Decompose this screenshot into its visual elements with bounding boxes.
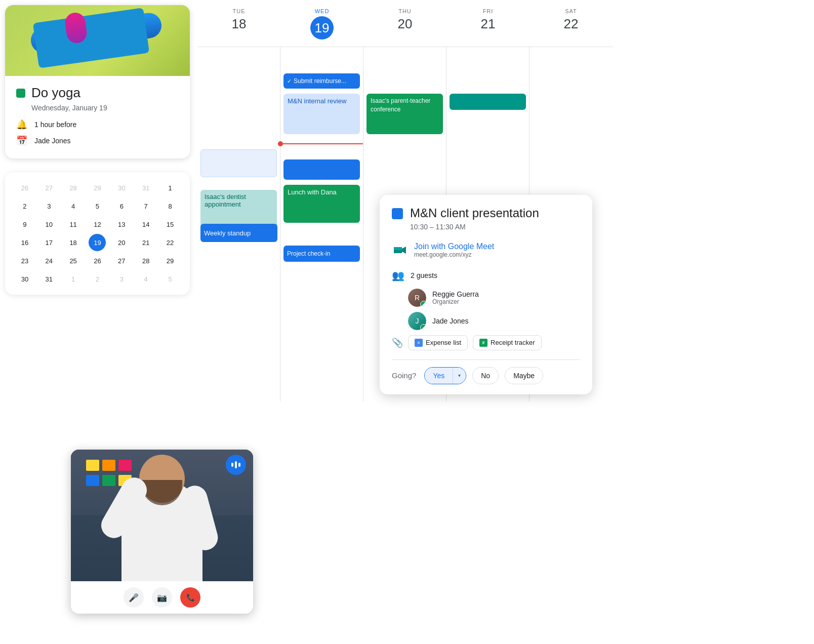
- mini-cal-cell[interactable]: 8: [161, 197, 179, 215]
- going-label: Going?: [392, 371, 416, 380]
- yoga-reminder-row: 🔔 1 hour before: [16, 119, 179, 130]
- mini-cal-cell[interactable]: 16: [16, 234, 33, 251]
- event-isaacs-parent-teacher[interactable]: Isaac's parent-teacher conference: [367, 94, 443, 134]
- cal-day-name-sat: SAT: [530, 8, 613, 14]
- popup-guests-count: 2 guests: [411, 271, 437, 279]
- mini-cal-cell[interactable]: 9: [16, 216, 33, 233]
- cal-day-num-wed: 19: [280, 16, 363, 39]
- mini-cal-cell[interactable]: 15: [161, 216, 179, 233]
- mini-cal-cell[interactable]: 20: [113, 234, 130, 251]
- mini-cal-cell[interactable]: 30: [113, 179, 130, 196]
- current-time-line: [280, 143, 363, 144]
- mini-cal-cell[interactable]: 17: [40, 234, 58, 251]
- event-mn-internal-review-label: M&N internal review: [288, 97, 346, 105]
- cal-day-num-tue: 18: [197, 16, 280, 32]
- attach-icon: 📎: [392, 337, 403, 348]
- mini-cal-cell[interactable]: 5: [89, 197, 106, 215]
- popup-meet-url: meet.google.com/xyz: [414, 251, 494, 258]
- mini-cal-cell[interactable]: 3: [40, 197, 58, 215]
- rsvp-yes-caret[interactable]: ▾: [453, 368, 466, 384]
- mini-cal-cell[interactable]: 7: [137, 197, 154, 215]
- popup-meet-link[interactable]: Join with Google Meet: [414, 242, 494, 251]
- popup-title: M&N client presentation: [410, 206, 539, 221]
- attach-receipt-tracker[interactable]: # Receipt tracker: [473, 335, 541, 350]
- event-lunch-with-dana-label: Lunch with Dana: [288, 188, 337, 196]
- mini-cal-cell[interactable]: 31: [137, 179, 154, 196]
- cal-day-name-tue: TUE: [197, 8, 280, 14]
- video-wave-icon: [226, 455, 246, 475]
- mini-cal-cell[interactable]: 25: [65, 252, 82, 269]
- sticky-note-2: [102, 460, 115, 471]
- cal-day-circle-wed[interactable]: 19: [310, 16, 334, 39]
- mini-cal-cell[interactable]: 28: [65, 179, 82, 196]
- mini-cal-cell[interactable]: 4: [137, 270, 154, 288]
- mini-cal-cell[interactable]: 23: [16, 252, 33, 269]
- mic-button[interactable]: 🎤: [124, 587, 144, 608]
- rsvp-maybe-button[interactable]: Maybe: [505, 367, 543, 384]
- mini-cal-cell[interactable]: 5: [161, 270, 179, 288]
- event-detail-popup: M&N client presentation 10:30 – 11:30 AM…: [380, 195, 592, 394]
- sticky-note-4: [86, 475, 99, 486]
- cal-day-num-fri: 21: [446, 16, 530, 32]
- event-weekly-standup-label: Weekly standup: [204, 229, 251, 237]
- mini-cal-cell[interactable]: 12: [89, 216, 106, 233]
- cal-day-thu: THU 20: [363, 5, 446, 43]
- mini-cal-cell[interactable]: 27: [113, 252, 130, 269]
- guest-jade-avatar: J ✓: [408, 312, 426, 330]
- mini-cal-cell[interactable]: 3: [113, 270, 130, 288]
- video-controls: 🎤 📷 📞: [71, 581, 253, 614]
- end-call-button[interactable]: 📞: [180, 587, 200, 608]
- mini-cal-cell[interactable]: 13: [113, 216, 130, 233]
- wave-svg: [230, 459, 241, 470]
- event-isaacs-dentist-label: Isaac's dentist appointment: [205, 193, 246, 208]
- mini-cal-cell[interactable]: 30: [16, 270, 33, 288]
- mini-cal-cell[interactable]: 28: [137, 252, 154, 269]
- mini-cal-cell[interactable]: 29: [161, 252, 179, 269]
- attach-receipt-label: Receipt tracker: [491, 339, 535, 346]
- mini-cal-cell[interactable]: 11: [65, 216, 82, 233]
- rsvp-no-button[interactable]: No: [472, 367, 499, 384]
- mini-cal-cell[interactable]: 4: [65, 197, 82, 215]
- yoga-card-image: [5, 5, 190, 76]
- guest-jade: J ✓ Jade Jones: [392, 312, 580, 330]
- cal-day-sat: SAT 22: [530, 5, 613, 43]
- mini-cal-cell[interactable]: 18: [65, 234, 82, 251]
- mini-cal-cell[interactable]: 1: [161, 179, 179, 196]
- mini-cal-cell[interactable]: 26: [89, 252, 106, 269]
- event-weekly-standup-wed[interactable]: [283, 159, 360, 180]
- event-project-checkin[interactable]: Project check-in: [283, 246, 360, 262]
- mini-cal-cell[interactable]: 22: [161, 234, 179, 251]
- mini-cal-cell[interactable]: 6: [113, 197, 130, 215]
- sticky-note-1: [86, 460, 99, 471]
- guest-reggie-role: Organizer: [432, 298, 479, 305]
- popup-meet-info: Join with Google Meet meet.google.com/xy…: [414, 242, 494, 258]
- mini-cal-cell[interactable]: 21: [137, 234, 154, 251]
- event-submit-reimburse[interactable]: ✓ Submit reimburse...: [283, 73, 360, 89]
- mini-calendar: 2627282930311234567891011121314151617181…: [5, 172, 190, 295]
- event-fri-blue[interactable]: [450, 94, 526, 110]
- popup-footer: Going? Yes ▾ No Maybe: [392, 359, 580, 384]
- mini-cal-cell[interactable]: 27: [40, 179, 58, 196]
- mini-cal-cell[interactable]: 29: [89, 179, 106, 196]
- video-person: [71, 450, 253, 581]
- mini-cal-cell[interactable]: 14: [137, 216, 154, 233]
- event-mn-internal-review[interactable]: M&N internal review: [283, 94, 360, 134]
- rsvp-yes-group[interactable]: Yes ▾: [424, 367, 466, 384]
- rsvp-yes-button[interactable]: Yes: [425, 368, 453, 384]
- mini-cal-cell[interactable]: 24: [40, 252, 58, 269]
- mini-cal-cell[interactable]: 1: [65, 270, 82, 288]
- event-lunch-with-dana[interactable]: Lunch with Dana: [283, 185, 360, 223]
- event-weekly-standup[interactable]: Weekly standup: [200, 224, 277, 242]
- event-outline-tue[interactable]: [200, 149, 277, 177]
- mini-cal-cell[interactable]: 2: [16, 197, 33, 215]
- mini-cal-cell[interactable]: 31: [40, 270, 58, 288]
- mini-cal-cell[interactable]: 10: [40, 216, 58, 233]
- cal-day-num-sat: 22: [530, 16, 613, 32]
- mini-cal-cell[interactable]: 19: [89, 234, 106, 251]
- calendar-icon: 📅: [16, 135, 27, 146]
- mini-cal-cell[interactable]: 2: [89, 270, 106, 288]
- camera-button[interactable]: 📷: [152, 587, 172, 608]
- mini-cal-cell[interactable]: 26: [16, 179, 33, 196]
- svg-rect-1: [231, 463, 233, 467]
- attach-expense-list[interactable]: ≡ Expense list: [408, 335, 468, 350]
